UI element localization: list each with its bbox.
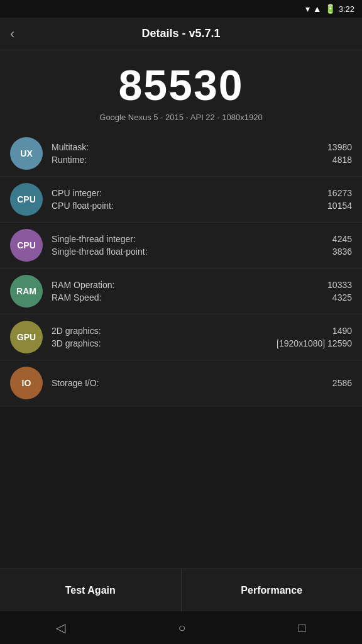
signal-icon: ▲ [313,4,322,14]
header: ‹ Details - v5.7.1 [0,18,362,50]
bottom-buttons: Test Again Performance [0,569,362,611]
badge-cpu-1: CPU [10,183,43,216]
test-again-button[interactable]: Test Again [0,569,182,611]
bench-item: GPU2D graphics:14903D graphics:[1920x108… [0,314,362,360]
back-button[interactable]: ‹ [10,26,14,42]
bench-details: Multitask:13980Runtime:4818 [52,141,352,166]
bench-item: UXMultitask:13980Runtime:4818 [0,131,362,177]
wifi-icon: ▾ [305,4,310,14]
performance-button[interactable]: Performance [182,569,363,611]
nav-home-icon[interactable]: ○ [178,621,185,635]
bench-item: RAMRAM Operation:10333RAM Speed:4325 [0,269,362,314]
bench-row: Multitask:13980 [52,141,352,153]
bench-value: 16273 [327,188,352,198]
bench-value: 4818 [332,155,352,165]
bench-row: Runtime:4818 [52,153,352,166]
bench-label: RAM Speed: [52,292,101,303]
bench-label: CPU float-point: [52,201,114,211]
device-info: Google Nexus 5 - 2015 - API 22 - 1080x19… [10,113,352,122]
bench-label: Multitask: [52,142,89,152]
bench-row: 3D graphics:[1920x1080] 12590 [52,337,352,350]
bench-label: Single-thread float-point: [52,247,148,257]
bench-label: Storage I/O: [52,378,99,388]
bench-row: CPU integer:16273 [52,187,352,199]
bench-details: 2D graphics:14903D graphics:[1920x1080] … [52,325,352,350]
main-score: 85530 [10,62,352,109]
bench-details: RAM Operation:10333RAM Speed:4325 [52,279,352,304]
badge-ux-0: UX [10,137,43,170]
bench-value: 13980 [327,142,352,152]
badge-io-5: IO [10,367,43,399]
bench-label: Runtime: [52,155,87,165]
bench-value: 1490 [332,326,352,336]
bench-value: 2586 [332,378,352,388]
bench-row: RAM Speed:4325 [52,291,352,304]
bench-item: CPUSingle-thread integer:4245Single-thre… [0,223,362,269]
bench-label: 3D graphics: [52,338,101,348]
bench-label: Single-thread integer: [52,234,136,244]
status-icons: ▾ ▲ 🔋 3:22 [305,4,354,14]
bench-row: 2D graphics:1490 [52,325,352,337]
bench-value: [1920x1080] 12590 [277,338,352,348]
nav-bar: ◁ ○ □ [0,611,362,644]
score-section: 85530 Google Nexus 5 - 2015 - API 22 - 1… [0,50,362,131]
bench-value: 10154 [327,201,352,211]
bench-label: 2D graphics: [52,326,101,336]
bench-value: 3836 [332,247,352,257]
bench-row: CPU float-point:10154 [52,199,352,212]
bench-details: Storage I/O:2586 [52,377,352,389]
bench-list: UXMultitask:13980Runtime:4818CPUCPU inte… [0,131,362,569]
bench-value: 10333 [327,280,352,290]
bench-label: CPU integer: [52,188,102,198]
bench-row: RAM Operation:10333 [52,279,352,291]
badge-gpu-4: GPU [10,321,43,353]
header-title: Details - v5.7.1 [141,27,220,40]
status-time: 3:22 [339,4,354,14]
bench-value: 4245 [332,234,352,244]
battery-icon: 🔋 [325,4,336,14]
bench-details: CPU integer:16273CPU float-point:10154 [52,187,352,212]
bench-label: RAM Operation: [52,280,114,290]
nav-back-icon[interactable]: ◁ [56,620,65,635]
bench-row: Single-thread float-point:3836 [52,245,352,258]
bench-row: Storage I/O:2586 [52,377,352,389]
bench-item: IOStorage I/O:2586 [0,360,362,406]
bench-row: Single-thread integer:4245 [52,233,352,245]
nav-recent-icon[interactable]: □ [298,621,305,635]
badge-cpu-2: CPU [10,229,43,262]
bench-value: 4325 [332,292,352,303]
bench-details: Single-thread integer:4245Single-thread … [52,233,352,258]
bench-item: CPUCPU integer:16273CPU float-point:1015… [0,177,362,223]
status-bar: ▾ ▲ 🔋 3:22 [0,0,362,18]
badge-ram-3: RAM [10,275,43,308]
